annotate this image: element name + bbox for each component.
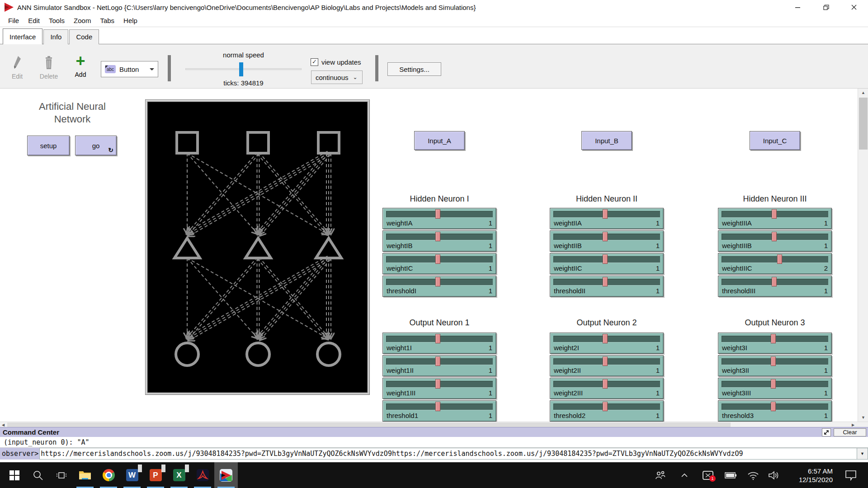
- slider-weightIIIA[interactable]: weightIIIA1: [718, 208, 832, 229]
- slider-handle[interactable]: [771, 357, 776, 366]
- slider-thresholdII[interactable]: thresholdII1: [550, 276, 664, 297]
- slider-weight1III[interactable]: weight1III1: [382, 378, 496, 399]
- history-dropdown-icon[interactable]: ▼: [857, 448, 868, 460]
- slider-groove[interactable]: [722, 256, 828, 263]
- people-button[interactable]: [650, 462, 670, 488]
- expand-icon[interactable]: [822, 428, 831, 436]
- tab-code[interactable]: Code: [69, 29, 99, 44]
- add-button[interactable]: + Add: [67, 53, 94, 78]
- minimize-button[interactable]: [784, 0, 812, 14]
- slider-groove[interactable]: [722, 358, 828, 365]
- slider-groove[interactable]: [553, 404, 660, 410]
- slider-handle[interactable]: [772, 232, 777, 241]
- tray-overflow-button[interactable]: [676, 462, 693, 488]
- slider-groove[interactable]: [386, 336, 493, 342]
- slider-groove[interactable]: [722, 234, 828, 240]
- slider-threshold3[interactable]: threshold31: [718, 400, 832, 422]
- speed-slider-track[interactable]: [185, 68, 302, 70]
- settings-button[interactable]: Settings...: [387, 62, 441, 76]
- menu-item-zoom[interactable]: Zoom: [69, 15, 95, 26]
- tab-interface[interactable]: Interface: [3, 28, 42, 44]
- slider-handle[interactable]: [435, 334, 440, 343]
- setup-button[interactable]: setup: [27, 136, 70, 155]
- tab-info[interactable]: Info: [43, 29, 68, 44]
- slider-handle[interactable]: [603, 277, 608, 286]
- slider-handle[interactable]: [435, 254, 440, 264]
- delete-button[interactable]: Delete: [35, 55, 62, 80]
- speed-slider-handle[interactable]: [239, 62, 243, 76]
- notification-tray-icon[interactable]: 1: [698, 462, 718, 488]
- vertical-scrollbar[interactable]: ▲ ▼: [858, 89, 868, 422]
- slider-handle[interactable]: [771, 379, 776, 389]
- slider-handle[interactable]: [772, 209, 777, 219]
- slider-weight3III[interactable]: weight3III1: [718, 378, 832, 399]
- horizontal-scrollbar[interactable]: ◀ ▶: [0, 422, 868, 427]
- slider-weight1II[interactable]: weight1II1: [382, 355, 496, 376]
- task-view-button[interactable]: [50, 462, 73, 488]
- slider-handle[interactable]: [772, 277, 777, 286]
- slider-weightIIB[interactable]: weightIIB1: [550, 230, 664, 252]
- menu-item-help[interactable]: Help: [119, 15, 142, 26]
- wifi-tray-icon[interactable]: [744, 462, 762, 488]
- slider-weightIA[interactable]: weightIA1: [382, 208, 496, 229]
- volume-tray-icon[interactable]: [764, 462, 784, 488]
- slider-handle[interactable]: [435, 402, 440, 411]
- slider-weight3II[interactable]: weight3II1: [718, 355, 832, 376]
- slider-groove[interactable]: [553, 256, 660, 263]
- slider-handle[interactable]: [435, 379, 440, 389]
- slider-groove[interactable]: [722, 381, 828, 387]
- slider-handle[interactable]: [777, 254, 782, 264]
- slider-groove[interactable]: [722, 211, 828, 217]
- slider-groove[interactable]: [553, 211, 660, 217]
- slider-weight3I[interactable]: weight3I1: [718, 333, 832, 354]
- button-input_a[interactable]: Input_A: [414, 131, 465, 150]
- slider-weightIIA[interactable]: weightIIA1: [550, 208, 664, 229]
- slider-handle[interactable]: [603, 232, 608, 241]
- slider-groove[interactable]: [722, 279, 828, 285]
- slider-groove[interactable]: [386, 234, 493, 240]
- slider-handle[interactable]: [771, 402, 776, 411]
- slider-weightIIC[interactable]: weightIIC1: [550, 253, 664, 274]
- vertical-scroll-thumb[interactable]: [859, 98, 868, 150]
- file-explorer-button[interactable]: [73, 462, 97, 488]
- battery-tray-icon[interactable]: [721, 462, 741, 488]
- slider-handle[interactable]: [435, 357, 440, 366]
- slider-groove[interactable]: [386, 279, 493, 285]
- slider-threshold1[interactable]: threshold11: [382, 400, 496, 422]
- slider-handle[interactable]: [603, 402, 608, 411]
- netlogo-taskbar-button[interactable]: [214, 462, 238, 488]
- slider-weightIIIC[interactable]: weightIIIC2: [718, 253, 832, 274]
- slider-groove[interactable]: [386, 256, 493, 263]
- menu-item-tools[interactable]: Tools: [44, 15, 69, 26]
- start-button[interactable]: [3, 462, 26, 488]
- clear-button[interactable]: Clear: [834, 428, 866, 436]
- button-input_c[interactable]: Input_C: [750, 131, 800, 150]
- slider-handle[interactable]: [603, 209, 608, 219]
- slider-handle[interactable]: [435, 209, 440, 219]
- slider-weightIC[interactable]: weightIC1: [382, 253, 496, 274]
- slider-groove[interactable]: [386, 381, 493, 387]
- taskbar-clock[interactable]: 6:57 AM 12/15/2020: [786, 462, 833, 488]
- go-button[interactable]: go ↻: [75, 136, 117, 155]
- slider-weight1I[interactable]: weight1I1: [382, 333, 496, 354]
- scroll-up-arrow[interactable]: ▲: [858, 89, 868, 97]
- restore-button[interactable]: [812, 0, 840, 14]
- slider-groove[interactable]: [386, 358, 493, 365]
- widget-type-dropdown[interactable]: abc Button: [101, 61, 158, 77]
- slider-groove[interactable]: [553, 234, 660, 240]
- taskbar-search-button[interactable]: [26, 462, 50, 488]
- slider-handle[interactable]: [603, 357, 608, 366]
- button-input_b[interactable]: Input_B: [581, 131, 632, 150]
- horizontal-scroll-thumb[interactable]: [7, 422, 731, 427]
- slider-groove[interactable]: [553, 279, 660, 285]
- slider-handle[interactable]: [771, 334, 776, 343]
- slider-handle[interactable]: [603, 334, 608, 343]
- slider-weight2III[interactable]: weight2III1: [550, 378, 664, 399]
- slider-weightIIIB[interactable]: weightIIIB1: [718, 230, 832, 252]
- slider-handle[interactable]: [435, 232, 440, 241]
- slider-handle[interactable]: [435, 277, 440, 286]
- powerpoint-button[interactable]: P: [144, 462, 167, 488]
- excel-button[interactable]: X: [167, 462, 191, 488]
- slider-handle[interactable]: [603, 254, 608, 264]
- slider-groove[interactable]: [553, 336, 660, 342]
